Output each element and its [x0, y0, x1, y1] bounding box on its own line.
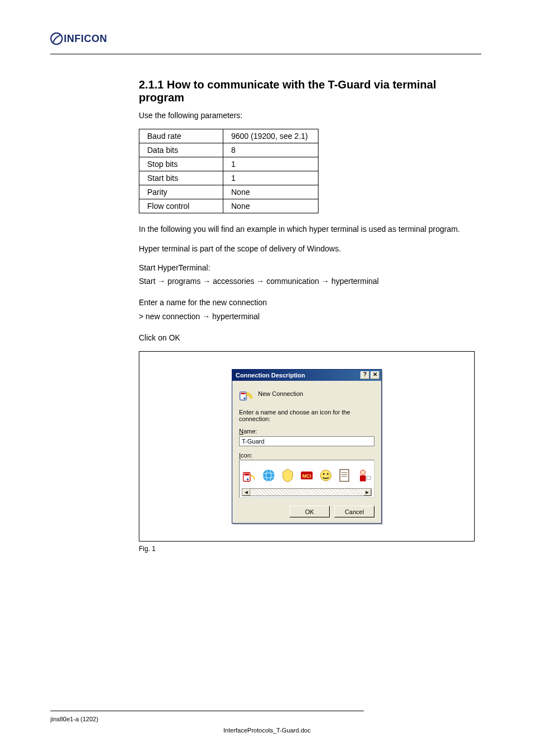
table-row: Data bits8 [139, 143, 318, 157]
cell-value: None [223, 199, 318, 213]
icon-option-3[interactable] [280, 466, 296, 485]
dialog-title-text: Connection Description [236, 372, 305, 379]
svg-rect-2 [241, 393, 245, 394]
cell-name: Baud rate [139, 129, 223, 143]
connection-dialog: Connection Description ? ✕ [232, 369, 382, 524]
svg-text:MCI: MCI [302, 473, 311, 479]
cell-value: None [223, 185, 318, 199]
header-rule [50, 54, 481, 54]
icon-field-label: Icon: [239, 452, 374, 459]
connection-icon [239, 386, 254, 401]
section-number: 2.1.1 [139, 78, 163, 91]
svg-rect-15 [340, 470, 349, 482]
path-line-1: Start → programs → accessories → communi… [139, 276, 480, 287]
svg-point-12 [320, 470, 331, 481]
dialog-subtitle: New Connection [258, 390, 303, 397]
svg-point-14 [327, 473, 329, 475]
icon-option-7[interactable] [356, 466, 372, 485]
icon-option-5[interactable] [318, 466, 334, 485]
scroll-left-button[interactable]: ◄ [242, 489, 250, 496]
cell-name: Flow control [139, 199, 223, 213]
dialog-titlebar: Connection Description ? ✕ [232, 370, 381, 381]
step-start-ht: Start HyperTerminal: [139, 262, 480, 273]
cell-name: Stop bits [139, 157, 223, 171]
figure-frame: Connection Description ? ✕ [139, 351, 475, 542]
dialog-prompt: Enter a name and choose an icon for the … [239, 409, 374, 422]
cell-value: 1 [223, 171, 318, 185]
cell-value: 1 [223, 157, 318, 171]
cancel-button[interactable]: Cancel [334, 506, 374, 517]
table-row: Flow controlNone [139, 199, 318, 213]
section-title: How to communicate with the T-Guard via … [139, 78, 436, 104]
cell-name: Data bits [139, 143, 223, 157]
step-enter-name: Enter a name for the new connection [139, 297, 480, 308]
icon-scrollbar[interactable]: ◄ ► [242, 488, 372, 496]
cell-name: Parity [139, 185, 223, 199]
scroll-right-button[interactable]: ► [363, 489, 371, 496]
footer-left-text: jins80e1-a (1202) [50, 716, 99, 722]
cell-name: Start bits [139, 171, 223, 185]
brand-mark-icon [50, 32, 63, 45]
footer-center-text: InterfaceProtocols_T-Guard.doc [0, 727, 534, 734]
table-row: Start bits1 [139, 171, 318, 185]
svg-point-6 [247, 479, 249, 481]
ok-button[interactable]: OK [289, 506, 330, 517]
dialog-close-button[interactable]: ✕ [371, 371, 380, 379]
path-line-2: > new connection → hyperterminal [139, 311, 480, 322]
icon-option-2[interactable] [261, 466, 277, 485]
step-click-ok: Click on OK [139, 332, 480, 343]
figure-caption: Fig. 1 [139, 545, 480, 553]
intro-text: Use the following parameters: [139, 110, 480, 121]
table-row: Stop bits1 [139, 157, 318, 171]
example-note: Hyper terminal is part of the scope of d… [139, 243, 480, 254]
svg-point-0 [51, 33, 62, 44]
cell-value: 8 [223, 143, 318, 157]
svg-point-7 [263, 470, 275, 482]
spec-table: Baud rate9600 (19200, see 2.1) Data bits… [139, 129, 318, 213]
brand-text: INFICON [64, 33, 107, 45]
svg-point-19 [360, 470, 366, 475]
brand-logo: INFICON [50, 32, 107, 45]
scroll-track[interactable] [250, 489, 363, 496]
icon-option-1[interactable] [242, 466, 257, 485]
table-row: Baud rate9600 (19200, see 2.1) [139, 129, 318, 143]
svg-rect-5 [244, 474, 249, 476]
example-intro: In the following you will find an exampl… [139, 223, 480, 235]
svg-point-3 [243, 398, 245, 399]
footer-rule [50, 711, 364, 711]
icon-picker[interactable]: MCI ◄ ► [239, 460, 374, 498]
svg-rect-20 [360, 475, 366, 482]
table-row: ParityNone [139, 185, 318, 199]
svg-point-13 [323, 473, 325, 475]
icon-option-4[interactable]: MCI [299, 466, 315, 485]
svg-rect-21 [367, 477, 371, 479]
cell-value: 9600 (19200, see 2.1) [223, 129, 318, 143]
name-input[interactable] [239, 436, 374, 446]
dialog-help-button[interactable]: ? [360, 371, 369, 379]
icon-option-6[interactable] [337, 466, 353, 485]
name-field-label: Name: [239, 428, 374, 435]
